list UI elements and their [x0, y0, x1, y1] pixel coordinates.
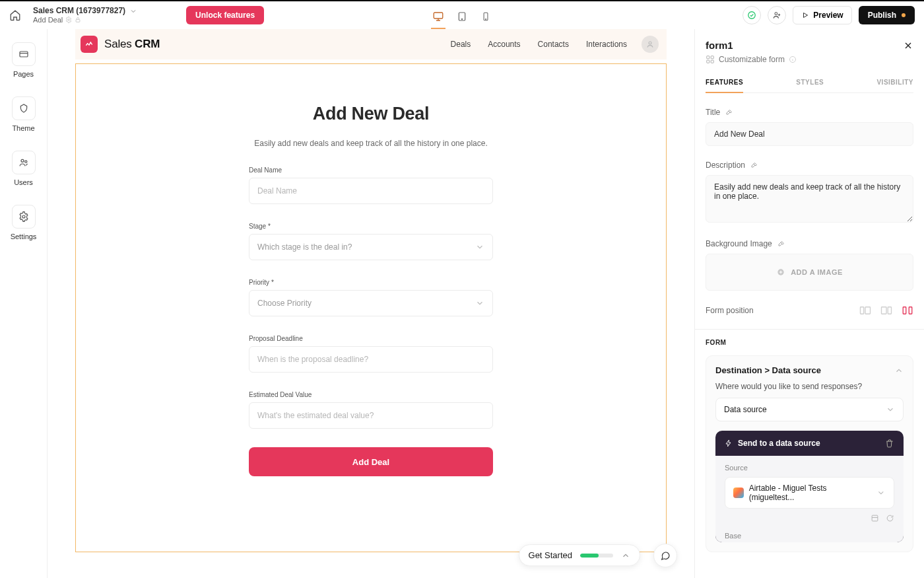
inspector-element-name: form1: [706, 40, 733, 51]
send-datasource-panel: Send to a data source Source Airtable - …: [715, 431, 904, 542]
get-started-label: Get Started: [529, 550, 572, 560]
base-label: Base: [725, 532, 894, 540]
preview-button[interactable]: Preview: [793, 6, 851, 24]
settings-small-icon[interactable]: [871, 514, 879, 523]
svg-rect-9: [20, 52, 28, 57]
chevron-up-icon: [621, 551, 630, 560]
svg-rect-20: [861, 307, 864, 314]
inspector-subtitle: Customizable form: [719, 55, 785, 64]
submit-add-deal[interactable]: Add Deal: [249, 447, 493, 476]
form-description: Easily add new deals and keep track of a…: [249, 139, 493, 148]
eyedropper-icon[interactable]: [750, 161, 758, 169]
form-position-label: Form position: [706, 306, 754, 315]
info-icon[interactable]: [789, 55, 797, 63]
users-icon: [12, 151, 36, 174]
input-deal-value[interactable]: [249, 402, 493, 429]
publish-label: Publish: [868, 11, 896, 20]
select-stage[interactable]: Which stage is the deal in?: [249, 234, 493, 260]
rail-pages[interactable]: Pages: [12, 42, 36, 78]
input-deal-name[interactable]: [249, 178, 493, 204]
pos-center[interactable]: [902, 305, 913, 316]
refresh-icon[interactable]: [886, 514, 894, 523]
destination-heading: Destination > Data source: [715, 365, 821, 375]
avatar[interactable]: [642, 36, 659, 53]
select-priority[interactable]: Choose Priority: [249, 290, 493, 316]
current-page-name: Add Deal: [33, 16, 63, 24]
svg-rect-2: [434, 13, 443, 18]
svg-point-6: [486, 19, 486, 20]
close-inspector[interactable]: [903, 40, 913, 51]
rail-settings[interactable]: Settings: [11, 205, 37, 240]
chevron-down-icon: [475, 242, 484, 252]
svg-rect-25: [909, 307, 912, 314]
form-title: Add New Deal: [249, 104, 493, 124]
rail-theme[interactable]: Theme: [12, 96, 36, 132]
description-input[interactable]: [706, 175, 913, 223]
svg-point-8: [775, 13, 777, 15]
chat-icon: [660, 550, 671, 561]
svg-rect-21: [865, 307, 871, 314]
pages-icon: [12, 42, 36, 66]
svg-rect-15: [711, 56, 713, 59]
publish-button[interactable]: Publish: [859, 6, 915, 24]
home-icon[interactable]: [9, 9, 21, 21]
destination-select[interactable]: Data source: [715, 398, 904, 421]
nav-interactions[interactable]: Interactions: [586, 40, 627, 49]
description-label: Description: [706, 161, 745, 170]
theme-icon: [12, 96, 36, 120]
svg-rect-26: [872, 515, 878, 521]
svg-rect-22: [882, 307, 887, 314]
svg-point-12: [22, 215, 25, 218]
label-priority: Priority *: [249, 279, 493, 286]
svg-rect-23: [888, 307, 891, 314]
device-switcher: [431, 9, 493, 24]
pos-right[interactable]: [880, 305, 892, 316]
eyedropper-icon[interactable]: [725, 108, 733, 116]
nav-contacts[interactable]: Contacts: [538, 40, 569, 49]
add-image-button[interactable]: ADD A IMAGE: [706, 254, 913, 291]
label-stage: Stage *: [249, 223, 493, 230]
device-tablet[interactable]: [455, 9, 469, 24]
app-nav: Sales CRM Deals Accounts Contacts Intera…: [75, 29, 667, 59]
project-switcher[interactable]: Sales CRM (1673977827) Add Deal: [33, 7, 137, 24]
brand-logo-icon: [81, 36, 98, 53]
destination-card: Destination > Data source Where would yo…: [706, 355, 913, 552]
invite-user-button[interactable]: [768, 6, 786, 24]
chat-fab[interactable]: [653, 544, 677, 567]
nav-accounts[interactable]: Accounts: [488, 40, 520, 49]
device-mobile[interactable]: [478, 9, 493, 24]
form-selection-frame[interactable]: Add New Deal Easily add new deals and ke…: [75, 63, 667, 552]
rail-users[interactable]: Users: [12, 151, 36, 186]
source-select[interactable]: Airtable - Miguel Tests (migueltest...: [725, 477, 894, 509]
chevron-down-icon: [886, 405, 895, 414]
svg-rect-24: [903, 307, 906, 314]
nav-deals[interactable]: Deals: [451, 40, 471, 49]
component-icon: [706, 55, 715, 64]
device-desktop[interactable]: [431, 9, 446, 24]
svg-point-7: [748, 12, 756, 19]
input-deadline[interactable]: [249, 346, 493, 373]
tab-features[interactable]: FEATURES: [706, 79, 743, 92]
svg-point-13: [649, 42, 651, 44]
unlock-features-button[interactable]: Unlock features: [186, 6, 264, 24]
tab-styles[interactable]: STYLES: [796, 79, 824, 92]
chevron-down-icon: [876, 488, 886, 497]
chevron-up-icon[interactable]: [894, 366, 904, 375]
chevron-down-icon: [475, 299, 484, 308]
get-started-pill[interactable]: Get Started: [519, 544, 640, 566]
bg-image-label: Background Image: [706, 239, 772, 248]
brand-name: Sales CRM: [104, 38, 160, 51]
svg-point-11: [24, 161, 26, 163]
chevron-down-icon: [129, 7, 137, 15]
title-label: Title: [706, 108, 720, 117]
status-check-button[interactable]: [742, 6, 761, 24]
plus-circle-icon: [776, 268, 785, 277]
pos-left[interactable]: [859, 305, 871, 316]
label-deadline: Proposal Deadline: [249, 335, 493, 342]
svg-rect-1: [76, 19, 80, 22]
tab-visibility[interactable]: VISIBILITY: [876, 79, 913, 92]
eyedropper-icon[interactable]: [777, 240, 785, 248]
svg-rect-17: [711, 60, 713, 63]
trash-icon[interactable]: [885, 439, 894, 448]
title-input[interactable]: [706, 122, 913, 146]
